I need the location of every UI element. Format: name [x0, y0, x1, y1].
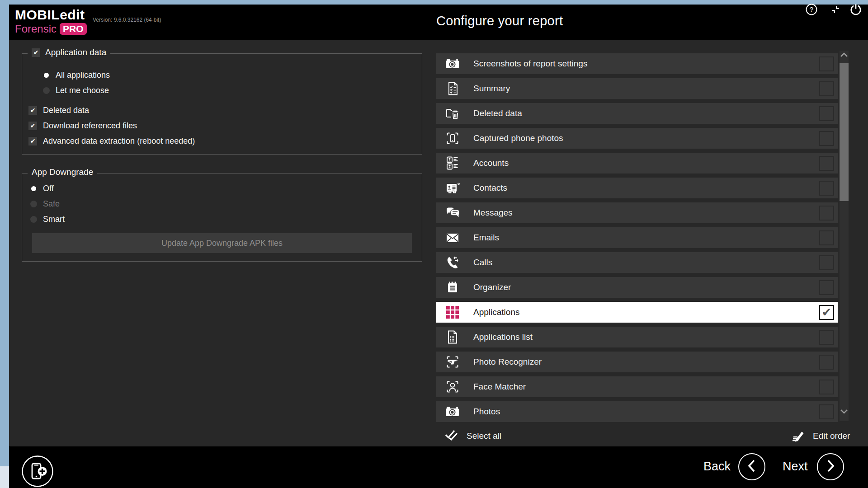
app-downgrade-group: App Downgrade Off Safe Smart Update App …: [22, 173, 422, 262]
window-frame-left-bottom: [0, 466, 9, 488]
report-item-label: Face Matcher: [473, 382, 819, 392]
report-item-checkbox[interactable]: [819, 56, 834, 71]
radio-let-me-choose[interactable]: Let me choose: [22, 83, 422, 98]
app-list-doc-icon: [443, 329, 462, 345]
report-item-photo-recognizer[interactable]: Photo Recognizer: [436, 352, 838, 372]
update-apk-button[interactable]: Update App Downgrade APK files: [32, 233, 412, 253]
report-item-photos[interactable]: Photos: [436, 401, 838, 422]
report-item-checkbox[interactable]: [819, 280, 834, 295]
report-item-summary[interactable]: Summary: [436, 78, 838, 99]
app-grid-icon: [443, 305, 462, 320]
app-downgrade-label: App Downgrade: [32, 167, 93, 177]
report-item-label: Applications: [473, 307, 819, 317]
report-item-screenshots-of-report-settings[interactable]: Screenshots of report settings: [436, 53, 838, 74]
summary-doc-icon: [443, 81, 462, 96]
report-item-checkbox[interactable]: [819, 106, 834, 121]
edit-order-icon: [790, 427, 807, 445]
radio-off[interactable]: Off: [22, 181, 422, 196]
logo-pro-badge: PRO: [60, 23, 87, 35]
envelope-icon: [443, 230, 462, 245]
checkbox-download-referenced-files-label: Download referenced files: [43, 121, 137, 131]
report-item-checkbox[interactable]: [819, 355, 834, 370]
restore-icon[interactable]: [829, 3, 842, 16]
radio-let-me-choose-label: Let me choose: [56, 86, 109, 95]
report-item-label: Accounts: [473, 158, 819, 168]
messages-icon: [443, 205, 462, 221]
report-item-checkbox[interactable]: [819, 181, 834, 196]
checkbox-icon: [28, 122, 37, 130]
radio-dot-unselected: [30, 201, 37, 207]
report-item-label: Applications list: [473, 332, 819, 342]
select-all-button[interactable]: Select all: [444, 426, 501, 446]
report-item-label: Deleted data: [473, 108, 819, 118]
report-item-checkbox[interactable]: [819, 131, 834, 146]
report-item-label: Summary: [473, 84, 819, 94]
radio-all-applications-label: All applications: [56, 70, 110, 80]
camera-icon: [443, 404, 462, 419]
page-title: Configure your report: [436, 14, 563, 28]
application-data-checkbox[interactable]: [32, 48, 40, 57]
radio-smart-label: Smart: [43, 215, 65, 224]
scrollbar-thumb[interactable]: [840, 63, 849, 201]
application-data-label: Application data: [45, 47, 106, 57]
window-frame-top: [0, 0, 868, 5]
report-item-checkbox[interactable]: [819, 255, 834, 270]
checkbox-advanced-data-extraction[interactable]: Advanced data extraction (reboot needed): [22, 133, 422, 149]
scrollbar-down-icon[interactable]: [840, 407, 849, 416]
next-button[interactable]: [817, 453, 844, 480]
scrollbar-up-icon[interactable]: [840, 51, 849, 60]
radio-safe-label: Safe: [43, 199, 60, 209]
report-item-deleted-data[interactable]: Deleted data: [436, 103, 838, 124]
report-item-checkbox[interactable]: ✔: [819, 305, 834, 320]
report-item-accounts[interactable]: Accounts: [436, 153, 838, 174]
report-item-applications-list[interactable]: Applications list: [436, 327, 838, 347]
back-button-label[interactable]: Back: [703, 460, 731, 474]
radio-all-applications[interactable]: All applications: [22, 67, 422, 83]
report-item-label: Emails: [473, 233, 819, 243]
application-data-legend[interactable]: Application data: [28, 47, 110, 57]
report-item-checkbox[interactable]: [819, 404, 834, 419]
version-text: Version: 9.6.0.32162 (64-bit): [93, 17, 161, 23]
report-item-checkbox[interactable]: [819, 156, 834, 171]
report-item-organizer[interactable]: Organizer: [436, 277, 838, 298]
report-item-label: Organizer: [473, 282, 819, 292]
phone-calls-icon: [443, 255, 462, 270]
radio-dot-selected: [44, 73, 49, 78]
radio-smart[interactable]: Smart: [22, 211, 422, 227]
checkbox-advanced-data-extraction-label: Advanced data extraction (reboot needed): [43, 136, 195, 146]
report-item-emails[interactable]: Emails: [436, 227, 838, 248]
select-all-label: Select all: [467, 431, 501, 441]
help-icon[interactable]: ?: [805, 3, 818, 16]
report-item-checkbox[interactable]: [819, 380, 834, 394]
radio-safe[interactable]: Safe: [22, 196, 422, 211]
back-button[interactable]: [738, 453, 765, 480]
report-item-checkbox[interactable]: [819, 230, 834, 245]
radio-off-label: Off: [43, 184, 54, 193]
connect-phone-button[interactable]: [21, 455, 54, 488]
report-item-face-matcher[interactable]: Face Matcher: [436, 376, 838, 397]
face-capture-icon: [443, 379, 462, 394]
report-item-messages[interactable]: Messages: [436, 202, 838, 223]
application-data-group: Application data All applications Let me…: [22, 53, 422, 155]
edit-order-label: Edit order: [813, 431, 850, 441]
report-item-checkbox[interactable]: [819, 206, 834, 221]
power-icon[interactable]: [849, 3, 863, 16]
report-item-contacts[interactable]: Contacts: [436, 178, 838, 198]
report-item-checkbox[interactable]: [819, 81, 834, 96]
edit-order-button[interactable]: Edit order: [790, 426, 850, 446]
report-item-calls[interactable]: Calls: [436, 252, 838, 273]
next-button-label[interactable]: Next: [783, 460, 808, 474]
radio-dot-selected: [31, 186, 36, 191]
svg-text:?: ?: [810, 5, 813, 13]
report-item-captured-phone-photos[interactable]: Captured phone photos: [436, 128, 838, 149]
report-item-label: Captured phone photos: [473, 133, 819, 143]
chevron-left-icon: [746, 459, 757, 475]
report-item-applications[interactable]: Applications✔: [436, 302, 838, 323]
report-item-checkbox[interactable]: [819, 330, 834, 345]
report-item-label: Screenshots of report settings: [473, 59, 819, 69]
checkbox-deleted-data[interactable]: Deleted data: [22, 103, 422, 118]
checkbox-download-referenced-files[interactable]: Download referenced files: [22, 118, 422, 133]
checkbox-icon: [28, 137, 37, 145]
app-logo: MOBILedit Forensic PRO: [15, 8, 87, 35]
report-item-label: Contacts: [473, 183, 819, 193]
